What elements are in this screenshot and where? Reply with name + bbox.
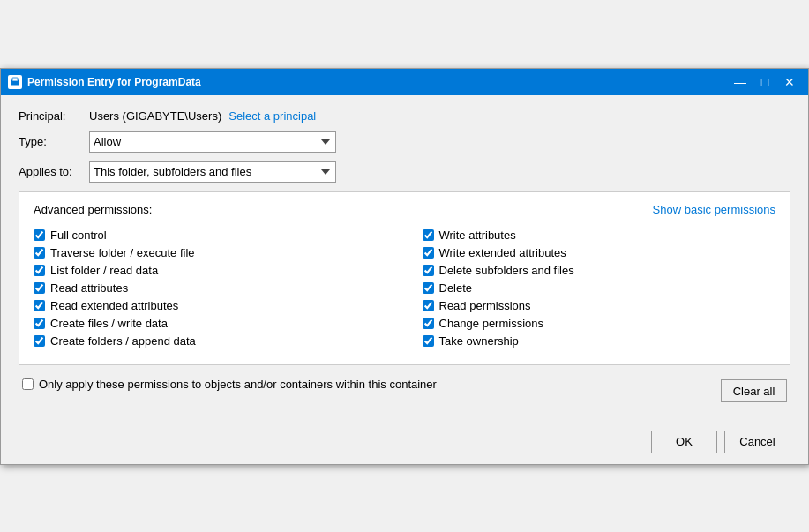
- perm-read-perms-row: Read permissions: [423, 297, 776, 315]
- perm-read-attrs-row: Read attributes: [34, 280, 387, 297]
- perm-read-attrs-label: Read attributes: [50, 281, 128, 295]
- perm-list-folder-checkbox[interactable]: [34, 265, 45, 276]
- type-label: Type:: [19, 135, 89, 148]
- permission-entry-window: Permission Entry for ProgramData — □ ✕ P…: [0, 68, 809, 465]
- perm-create-folders-label: Create folders / append data: [50, 334, 196, 348]
- only-apply-checkbox[interactable]: [22, 378, 34, 390]
- perm-write-attrs-row: Write attributes: [423, 227, 776, 244]
- type-row: Type: Allow Deny: [19, 131, 790, 153]
- permissions-right-column: Write attributes Write extended attribut…: [423, 227, 776, 350]
- perm-read-attrs-checkbox[interactable]: [34, 282, 45, 294]
- permissions-left-column: Full control Traverse folder / execute f…: [34, 227, 387, 350]
- clear-all-button[interactable]: Clear all: [721, 379, 787, 402]
- permissions-title: Advanced permissions:: [34, 203, 152, 216]
- perm-delete-checkbox[interactable]: [423, 282, 434, 294]
- perm-full-control-row: Full control: [34, 227, 387, 244]
- minimize-button[interactable]: —: [729, 71, 752, 94]
- perm-delete-subfolders-checkbox[interactable]: [423, 265, 434, 276]
- perm-change-perms-row: Change permissions: [423, 315, 776, 333]
- dialog-buttons: OK Cancel: [1, 423, 808, 464]
- perm-write-attrs-label: Write attributes: [439, 229, 516, 242]
- window-controls: — □ ✕: [729, 71, 801, 94]
- maximize-button[interactable]: □: [753, 71, 776, 94]
- type-dropdown[interactable]: Allow Deny: [89, 131, 336, 153]
- title-bar: Permission Entry for ProgramData — □ ✕: [1, 69, 808, 95]
- perm-read-perms-label: Read permissions: [439, 299, 531, 312]
- principal-label: Principal:: [19, 109, 89, 123]
- permissions-section: Advanced permissions: Show basic permiss…: [19, 191, 790, 365]
- perm-traverse-row: Traverse folder / execute file: [34, 244, 387, 262]
- perm-write-ext-attrs-row: Write extended attributes: [423, 244, 776, 262]
- perm-write-ext-attrs-label: Write extended attributes: [439, 246, 566, 259]
- perm-create-files-row: Create files / write data: [34, 315, 387, 333]
- perm-write-ext-attrs-checkbox[interactable]: [423, 247, 434, 259]
- only-apply-row: Only apply these permissions to objects …: [22, 378, 437, 391]
- perm-full-control-label: Full control: [50, 229, 107, 242]
- perm-read-ext-attrs-label: Read extended attributes: [50, 299, 178, 312]
- permissions-grid: Full control Traverse folder / execute f…: [34, 227, 775, 350]
- window-icon: [8, 75, 22, 89]
- perm-change-perms-checkbox[interactable]: [423, 318, 434, 329]
- perm-list-folder-row: List folder / read data: [34, 262, 387, 280]
- permissions-header: Advanced permissions: Show basic permiss…: [34, 203, 775, 216]
- show-basic-permissions-link[interactable]: Show basic permissions: [653, 203, 775, 216]
- perm-delete-row: Delete: [423, 280, 776, 297]
- close-button[interactable]: ✕: [778, 71, 801, 94]
- perm-list-folder-label: List folder / read data: [50, 264, 158, 277]
- perm-change-perms-label: Change permissions: [439, 317, 544, 330]
- perm-delete-subfolders-label: Delete subfolders and files: [439, 264, 574, 277]
- principal-row: Principal: Users (GIGABYTE\Users) Select…: [19, 109, 790, 123]
- perm-create-files-label: Create files / write data: [50, 317, 168, 330]
- bottom-row: Only apply these permissions to objects …: [19, 378, 790, 405]
- ok-button[interactable]: OK: [651, 431, 717, 453]
- perm-create-files-checkbox[interactable]: [34, 318, 45, 329]
- applies-to-row: Applies to: This folder, subfolders and …: [19, 161, 790, 183]
- cancel-button[interactable]: Cancel: [724, 431, 790, 453]
- perm-read-ext-attrs-row: Read extended attributes: [34, 297, 387, 315]
- perm-traverse-label: Traverse folder / execute file: [50, 246, 195, 259]
- applies-to-label: Applies to:: [19, 165, 89, 178]
- window-title: Permission Entry for ProgramData: [27, 76, 729, 88]
- perm-write-attrs-checkbox[interactable]: [423, 229, 434, 241]
- perm-create-folders-row: Create folders / append data: [34, 333, 387, 350]
- select-principal-link[interactable]: Select a principal: [228, 109, 316, 123]
- perm-traverse-checkbox[interactable]: [34, 247, 45, 259]
- perm-full-control-checkbox[interactable]: [34, 229, 45, 241]
- perm-take-ownership-row: Take ownership: [423, 333, 776, 350]
- principal-value: Users (GIGABYTE\Users): [89, 109, 221, 123]
- perm-take-ownership-label: Take ownership: [439, 334, 519, 348]
- perm-delete-subfolders-row: Delete subfolders and files: [423, 262, 776, 280]
- perm-create-folders-checkbox[interactable]: [34, 335, 45, 347]
- perm-delete-label: Delete: [439, 281, 473, 295]
- perm-read-perms-checkbox[interactable]: [423, 300, 434, 311]
- applies-to-dropdown[interactable]: This folder, subfolders and files This f…: [89, 161, 336, 183]
- perm-read-ext-attrs-checkbox[interactable]: [34, 300, 45, 311]
- only-apply-label: Only apply these permissions to objects …: [39, 378, 437, 391]
- window-body: Principal: Users (GIGABYTE\Users) Select…: [1, 95, 808, 419]
- perm-take-ownership-checkbox[interactable]: [423, 335, 434, 347]
- svg-rect-1: [12, 78, 18, 81]
